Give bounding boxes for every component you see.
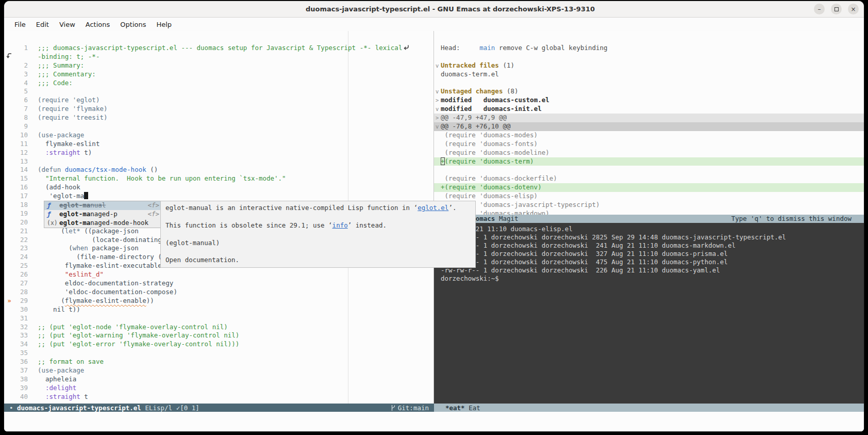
menu-item-file[interactable]: File: [9, 20, 31, 29]
fringe: [4, 166, 14, 174]
line-number: 13: [14, 157, 28, 166]
fringe: [4, 279, 14, 288]
line-number: 34: [14, 340, 28, 349]
line-number: 32: [14, 323, 28, 332]
code-line: 15 "Internal function. Hook to be run up…: [4, 174, 433, 183]
code-text: (let* ((package-json: [38, 227, 139, 236]
menu-item-edit[interactable]: Edit: [31, 20, 54, 29]
terminal-line: 21 11:10 duomacs-elisp.el: [441, 225, 864, 233]
magit-line: (require 'duomacs-modeline): [434, 149, 864, 157]
chevron-right-icon[interactable]: >: [436, 114, 439, 122]
code-text: (use-package: [38, 366, 84, 375]
fringe: [4, 227, 14, 236]
code-line: 17 'eglot-ma: [4, 192, 433, 201]
fringe: [4, 270, 14, 279]
modeline-major-mode[interactable]: ELisp/l: [141, 404, 176, 412]
magit-line: Head: main remove C-w global keybinding: [434, 44, 864, 53]
terminal-line: -rw-rw-r-- 1 dorzechowski dorzechowski 3…: [441, 250, 864, 258]
code-line: 33;; (put 'eglot-warning 'flymake-overla…: [4, 331, 433, 340]
line-number: 27: [14, 279, 28, 288]
completion-item[interactable]: ƒeglot-managed-p<f>: [44, 210, 162, 219]
flymake-counter[interactable]: ✓[0 1]: [176, 404, 199, 412]
fringe: [4, 44, 14, 53]
code-line: 3;;; Commentary:: [4, 70, 433, 79]
code-text: :straight t): [38, 149, 92, 157]
close-button[interactable]: ×: [848, 4, 859, 14]
magit-line: vUntracked files (1): [434, 61, 864, 70]
fringe: [4, 218, 14, 227]
tooltip-line: [165, 230, 471, 239]
code-line: 31: [4, 314, 433, 323]
code-text: "eslint_d": [38, 270, 104, 279]
line-number: 4: [14, 79, 28, 88]
code-text: apheleia: [38, 375, 76, 384]
line-number: 38: [14, 375, 28, 384]
echo-area[interactable]: [4, 412, 864, 431]
code-text: (file-name-directory (: [38, 253, 162, 262]
maximize-icon: [834, 7, 839, 11]
menubar: FileEditViewActionsOptionsHelp: [4, 18, 864, 31]
magit-line: >@@ -47,9 +47,9 @@: [434, 114, 864, 122]
fringe: [4, 157, 14, 166]
line-number: 3: [14, 70, 28, 79]
code-line: 39 :delight: [4, 384, 433, 393]
doc-link[interactable]: eglot.el: [418, 204, 448, 212]
code-text: (require 'eglot): [38, 96, 99, 105]
menu-item-options[interactable]: Options: [115, 20, 151, 29]
magit-line: (require 'duomacs-javascript-typescript): [434, 201, 864, 210]
chevron-right-icon[interactable]: >: [436, 96, 439, 105]
minimize-button[interactable]: –: [814, 4, 825, 14]
code-line: »29 (flymake-eslint-enable)): [4, 297, 433, 305]
menu-item-view[interactable]: View: [54, 20, 80, 29]
fringe: [4, 201, 14, 210]
menu-item-help[interactable]: Help: [151, 20, 177, 29]
code-line: 27 eldoc-documentation-strategy: [4, 279, 433, 288]
line-number: 2: [14, 61, 28, 70]
chevron-down-icon[interactable]: v: [436, 61, 439, 70]
line-number: 16: [14, 183, 28, 192]
line-number: 35: [14, 349, 28, 358]
dismiss-hint: Type 'q' to dismiss this window: [731, 215, 852, 223]
fringe: [4, 174, 14, 183]
code-text: (when package-json: [38, 244, 139, 253]
magit-line: [434, 53, 864, 61]
chevron-down-icon[interactable]: v: [436, 105, 439, 114]
completion-candidate: eglot-managed-p: [59, 210, 147, 219]
tooltip-text: eglot-manual is an interactive native-co…: [165, 204, 418, 212]
tooltip-text: ’ instead.: [348, 221, 387, 229]
warning-fringe-icon: »: [4, 297, 14, 305]
code-line: -binding: t; -*-: [4, 53, 433, 61]
fringe: [4, 288, 14, 297]
git-branch-icon: [390, 405, 396, 411]
fringe: [4, 96, 14, 105]
completion-item[interactable]: (x)eglot-managed-mode-hook: [44, 219, 162, 228]
code-text: (require 'flymake): [38, 105, 107, 114]
magit-line: v@@ -76,8 +76,10 @@: [434, 122, 864, 131]
modeline-buffer-name: duomacs-javascript-typescript.el: [17, 404, 141, 412]
code-text: (defun duomacs/tsx-mode-hook (): [38, 166, 158, 174]
magit-status-buffer[interactable]: Head: main remove C-w global keybindingv…: [434, 31, 864, 215]
vcs-branch[interactable]: Git:main: [398, 404, 429, 412]
code-text: ;; (put 'eglot-warning 'flymake-overlay-…: [38, 331, 239, 340]
line-number: 6: [14, 96, 28, 105]
code-line: 32;; (put 'eglot-node 'flymake-overlay-c…: [4, 323, 433, 332]
fringe: [4, 340, 14, 349]
line-number: 23: [14, 244, 28, 253]
code-text: (locate-dominating: [38, 236, 162, 245]
maximize-button[interactable]: [831, 4, 842, 14]
tooltip-text: This function is obsolete since 29.1; us…: [165, 221, 332, 229]
doc-link[interactable]: info: [332, 221, 348, 229]
line-number: 19: [14, 210, 28, 218]
fringe: [4, 105, 14, 114]
chevron-down-icon[interactable]: v: [436, 87, 439, 96]
chevron-down-icon[interactable]: v: [436, 122, 439, 131]
magit-cursor: +: [441, 157, 445, 165]
line-number: [14, 53, 28, 61]
menu-item-actions[interactable]: Actions: [80, 20, 115, 29]
terminal-line: dorzechowski:~$: [441, 275, 864, 283]
completion-item[interactable]: ƒeglot-manual<f>: [44, 201, 162, 210]
eat-terminal[interactable]: 21 11:10 duomacs-elisp.el-rw-rw-r-- 1 do…: [434, 223, 864, 404]
magit-line: [434, 79, 864, 88]
titlebar[interactable]: duomacs-javascript-typescript.el - GNU E…: [4, 1, 864, 18]
code-text: ;; (put 'eglot-node 'flymake-overlay-con…: [38, 323, 228, 332]
